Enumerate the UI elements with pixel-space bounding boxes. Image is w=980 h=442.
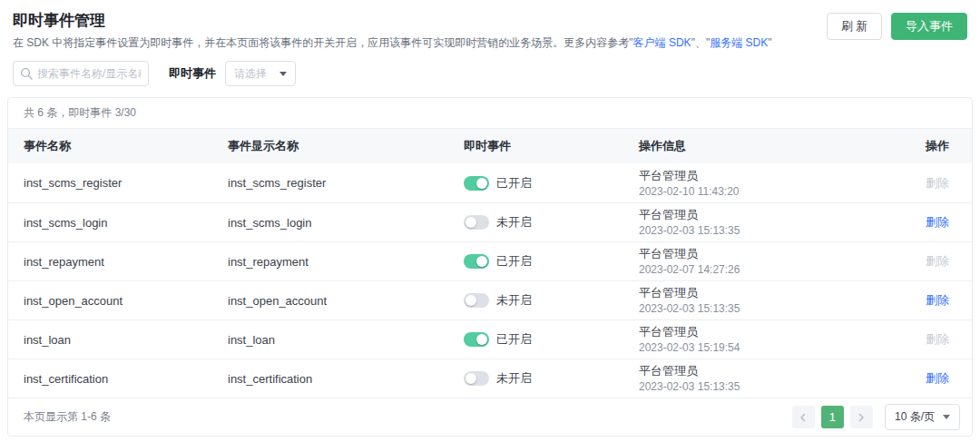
actions-cell: 删除: [877, 253, 949, 270]
prev-page-button[interactable]: [792, 406, 815, 428]
operation-info-cell: 平台管理员 2023-02-03 15:13:35: [639, 207, 877, 238]
column-header-display-name: 事件显示名称: [228, 138, 464, 154]
instant-event-cell: 未开启: [464, 292, 639, 309]
toggle-state-label: 未开启: [496, 214, 532, 231]
table-row: inst_scms_login inst_scms_login 未开启 平台管理…: [8, 202, 972, 241]
delete-link: 删除: [926, 176, 949, 190]
instant-event-toggle[interactable]: [464, 254, 489, 269]
operation-info-cell: 平台管理员 2023-02-03 15:19:54: [639, 324, 877, 355]
chevron-down-icon: [943, 415, 950, 419]
pagination: 1 10 条/页: [792, 404, 960, 430]
event-name-cell: inst_scms_register: [24, 176, 228, 190]
page-range-text: 本页显示第 1-6 条: [24, 409, 111, 425]
operation-info-cell: 平台管理员 2023-02-03 15:13:35: [639, 285, 877, 316]
server-sdk-link[interactable]: 服务端 SDK: [710, 36, 768, 49]
event-display-name-cell: inst_scms_login: [228, 216, 464, 230]
operation-timestamp: 2023-02-03 15:13:35: [639, 223, 877, 238]
table-body: inst_scms_register inst_scms_register 已开…: [8, 163, 972, 398]
instant-event-cell: 已开启: [464, 175, 639, 192]
operation-info-cell: 平台管理员 2023-02-10 11:43:20: [639, 168, 877, 199]
operator-name: 平台管理员: [639, 246, 877, 261]
event-name-cell: inst_open_account: [24, 294, 228, 308]
page-1-button[interactable]: 1: [821, 406, 844, 428]
event-name-cell: inst_certification: [24, 372, 228, 386]
instant-event-cell: 已开启: [464, 331, 639, 348]
description-separator: "、": [691, 36, 710, 49]
toggle-state-label: 未开启: [496, 370, 532, 387]
operator-name: 平台管理员: [639, 285, 877, 300]
header-actions: 刷新 导入事件: [827, 13, 967, 40]
column-header-instant-event: 即时事件: [464, 138, 639, 154]
event-name-cell: inst_scms_login: [24, 216, 228, 230]
event-display-name-cell: inst_scms_register: [228, 176, 464, 190]
operator-name: 平台管理员: [639, 168, 877, 183]
page-size-select[interactable]: 10 条/页: [885, 404, 960, 430]
operation-timestamp: 2023-02-07 14:27:26: [639, 262, 877, 277]
instant-event-filter-label: 即时事件: [169, 65, 216, 82]
operation-timestamp: 2023-02-03 15:19:54: [639, 340, 877, 355]
delete-link[interactable]: 删除: [926, 293, 949, 307]
table-row: inst_certification inst_certification 未开…: [8, 359, 972, 398]
page-header: 即时事件管理 在 SDK 中将指定事件设置为即时事件，并在本页面将该事件的开关开…: [0, 0, 980, 50]
instant-event-toggle[interactable]: [464, 215, 489, 230]
toggle-knob: [466, 217, 476, 228]
instant-event-cell: 未开启: [464, 370, 639, 387]
chevron-right-icon: [857, 413, 866, 422]
table-footer: 本页显示第 1-6 条 1 10 条/页: [8, 398, 972, 436]
operation-timestamp: 2023-02-03 15:13:35: [639, 379, 877, 394]
operator-name: 平台管理员: [639, 207, 877, 222]
delete-link[interactable]: 删除: [926, 215, 949, 229]
instant-event-toggle[interactable]: [464, 332, 489, 347]
search-input[interactable]: [13, 61, 149, 86]
event-display-name-cell: inst_repayment: [228, 255, 464, 269]
toggle-state-label: 未开启: [496, 292, 532, 309]
column-header-operation-info: 操作信息: [639, 138, 877, 154]
column-header-event-name: 事件名称: [24, 138, 228, 154]
event-name-cell: inst_loan: [24, 333, 228, 347]
instant-event-toggle[interactable]: [464, 371, 489, 386]
next-page-button[interactable]: [850, 406, 873, 428]
table-row: inst_open_account inst_open_account 未开启 …: [8, 280, 972, 319]
toggle-state-label: 已开启: [496, 253, 532, 270]
event-display-name-cell: inst_open_account: [228, 294, 464, 308]
event-display-name-cell: inst_loan: [228, 333, 464, 347]
toggle-knob: [466, 295, 476, 306]
page-size-value: 10 条/页: [895, 409, 935, 425]
operation-info-cell: 平台管理员 2023-02-03 15:13:35: [639, 363, 877, 394]
event-name-cell: inst_repayment: [24, 255, 228, 269]
column-header-actions: 操作: [877, 138, 949, 154]
actions-cell: 删除: [877, 292, 949, 309]
chevron-left-icon: [799, 413, 808, 422]
client-sdk-link[interactable]: 客户端 SDK: [633, 36, 691, 49]
operation-info-cell: 平台管理员 2023-02-07 14:27:26: [639, 246, 877, 277]
chevron-down-icon: [279, 72, 287, 76]
table-row: inst_repayment inst_repayment 已开启 平台管理员 …: [8, 241, 972, 280]
instant-event-cell: 已开启: [464, 253, 639, 270]
instant-event-toggle[interactable]: [464, 293, 489, 308]
instant-event-select[interactable]: 请选择: [225, 61, 296, 86]
event-display-name-cell: inst_certification: [228, 372, 464, 386]
instant-event-toggle[interactable]: [464, 176, 489, 191]
toggle-state-label: 已开启: [496, 331, 532, 348]
actions-cell: 删除: [877, 175, 949, 192]
table-row: inst_loan inst_loan 已开启 平台管理员 2023-02-03…: [8, 319, 972, 359]
events-table-card: 共 6 条，即时事件 3/30 事件名称 事件显示名称 即时事件 操作信息 操作…: [7, 97, 973, 437]
description-text: 在 SDK 中将指定事件设置为即时事件，并在本页面将该事件的开关开启，应用该事件…: [13, 36, 633, 49]
refresh-button[interactable]: 刷新: [827, 13, 882, 40]
description-suffix: ": [768, 36, 771, 49]
operation-timestamp: 2023-02-10 11:43:20: [639, 184, 877, 199]
main-content: 即时事件管理 在 SDK 中将指定事件设置为即时事件，并在本页面将该事件的开关开…: [0, 0, 980, 442]
page-header-left: 即时事件管理 在 SDK 中将指定事件设置为即时事件，并在本页面将该事件的开关开…: [13, 11, 771, 50]
toggle-knob: [476, 256, 487, 267]
page-title: 即时事件管理: [13, 11, 771, 30]
search-icon: [20, 67, 33, 80]
delete-link: 删除: [926, 254, 949, 268]
page-description: 在 SDK 中将指定事件设置为即时事件，并在本页面将该事件的开关开启，应用该事件…: [13, 35, 771, 50]
operator-name: 平台管理员: [639, 363, 877, 378]
filter-bar: 即时事件 请选择: [0, 50, 980, 86]
instant-event-cell: 未开启: [464, 214, 639, 231]
delete-link: 删除: [926, 332, 949, 346]
delete-link[interactable]: 删除: [926, 371, 949, 385]
import-events-button[interactable]: 导入事件: [891, 13, 967, 40]
search-box: [13, 61, 149, 86]
